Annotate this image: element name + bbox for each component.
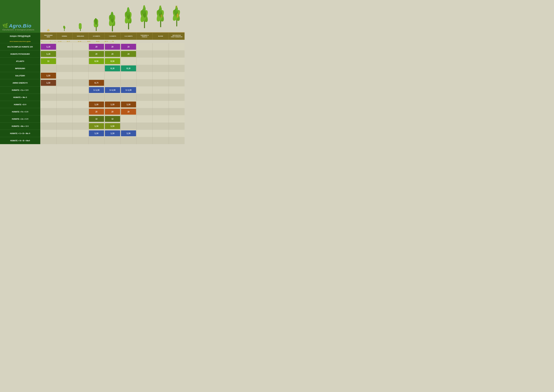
product-cell <box>169 72 185 79</box>
product-cell <box>152 115 169 123</box>
product-cell <box>152 108 169 115</box>
product-cell <box>56 65 72 72</box>
table-row: HUMATE POTASSIUM®1,3l2l2l2l <box>0 50 185 57</box>
table-row: HUMATE + Mn + S ®1,5l1,5l <box>0 123 185 130</box>
product-cell <box>40 137 56 144</box>
product-cell <box>72 57 88 65</box>
cell-value: 0,5l <box>89 58 104 64</box>
header-stage-3: 3-5 SHEETS <box>88 33 104 40</box>
product-name: HUMATE + B ® <box>0 101 40 108</box>
plant-col-0 <box>40 27 56 32</box>
product-cell <box>56 86 72 94</box>
header-stage-5: 9-11 SHEETS <box>120 33 137 40</box>
product-name: ATLANT® <box>0 57 40 65</box>
product-cell <box>40 130 56 137</box>
table-row: HUMATE + Fe + S ®2l2l2l <box>0 108 185 115</box>
plant-col-1 <box>56 23 72 32</box>
cell-value: 2l <box>89 51 104 57</box>
table-row: HUMATE + S + B + Mo ®1,5l1,5l1,5l <box>0 130 185 137</box>
product-name: AMINO ENERGY® <box>0 79 40 86</box>
cell-value: 1-1,5l <box>121 87 136 93</box>
product-cell <box>152 101 169 108</box>
plant-col-8 <box>169 0 185 32</box>
cell-value: 1,5l <box>89 130 104 136</box>
cell-value: 2l <box>89 44 104 50</box>
table-row: IMPERIUM®0,3l0,3l <box>0 65 185 72</box>
product-cell <box>136 123 152 130</box>
cell-value: 2l <box>105 51 120 57</box>
product-cell <box>152 50 169 57</box>
product-cell <box>72 86 88 94</box>
product-cell <box>88 137 104 144</box>
cell-value: 2l <box>121 109 136 115</box>
product-cell <box>136 108 152 115</box>
product-cell <box>169 108 185 115</box>
product-cell <box>152 72 169 79</box>
product-cell <box>56 79 72 86</box>
product-cell <box>169 101 185 108</box>
product-cell <box>56 137 72 144</box>
product-name: MULTICOMPLEX HUMATE 10® <box>0 43 40 50</box>
product-cell <box>40 115 56 123</box>
product-cell <box>136 130 152 137</box>
svg-point-41 <box>160 14 162 18</box>
product-cell <box>136 65 152 72</box>
svg-point-1 <box>48 29 49 31</box>
cell-value: 1-1,5l <box>89 87 104 93</box>
product-cell <box>152 123 169 130</box>
product-name: HUMATE POTASSIUM® <box>0 50 40 57</box>
growth-days-values: 0.....................1...........7.....… <box>40 40 185 43</box>
product-name: HUMATE + Cu + S ® <box>0 86 40 94</box>
product-cell: 2l <box>120 50 137 57</box>
header-product-label: НАША ПРОДУКЦІЯ <box>0 33 40 40</box>
product-name: SALUTEM® <box>0 72 40 79</box>
table-row: HUMATE + Cu + S ®1-1,5l1-1,5l1-1,5l <box>0 86 185 94</box>
product-name: HUMATE + Mn + S ® <box>0 123 40 130</box>
product-cell: 0,3l <box>120 65 137 72</box>
product-cell <box>88 65 104 72</box>
product-cell <box>169 123 185 130</box>
product-cell <box>152 79 169 86</box>
product-cell <box>72 43 88 50</box>
cell-value: 1,5l <box>89 123 104 129</box>
table-row: HUMATE + Mo ® <box>0 94 185 101</box>
product-cell <box>56 123 72 130</box>
product-cell <box>104 137 120 144</box>
product-cell <box>120 94 137 101</box>
product-cell <box>72 65 88 72</box>
product-cell <box>72 101 88 108</box>
product-cell <box>120 123 137 130</box>
product-cell <box>169 57 185 65</box>
cell-value: 2l <box>121 51 136 57</box>
product-cell <box>169 79 185 86</box>
logo-tagline: manufacturer of biological products <box>2 29 38 31</box>
table-row: HUMATE + N + B + Mo® <box>0 137 185 144</box>
product-cell <box>72 79 88 86</box>
table-row: MULTICOMPLEX HUMATE 10®1,3l2l2l2l <box>0 43 185 50</box>
svg-point-27 <box>143 5 145 11</box>
product-cell <box>72 130 88 137</box>
growth-days-label: ЗРОСТАННЯ КУЛЬТУРИ В ДНЯХ <box>0 40 40 43</box>
product-cell: 1l <box>104 115 120 123</box>
product-cell <box>136 50 152 57</box>
product-cell <box>72 137 88 144</box>
cell-value: 0,3l <box>105 65 120 71</box>
product-cell <box>169 65 185 72</box>
product-cell <box>169 50 185 57</box>
product-cell: 2l <box>88 108 104 115</box>
cell-value: 2l <box>89 109 104 115</box>
product-cell <box>40 86 56 94</box>
product-cell <box>40 65 56 72</box>
product-cell <box>88 72 104 79</box>
table-row: HUMATE + Zn + S ®1l1l <box>0 115 185 123</box>
product-cell: 2l <box>104 50 120 57</box>
product-cell <box>136 94 152 101</box>
product-table: MULTICOMPLEX HUMATE 10®1,3l2l2l2lHUMATE … <box>0 43 185 144</box>
product-cell <box>72 72 88 79</box>
product-cell: 1l <box>40 57 56 65</box>
product-cell: 1,5l <box>104 130 120 137</box>
product-cell <box>136 101 152 108</box>
product-cell <box>120 72 137 79</box>
product-cell: 1,5l <box>88 130 104 137</box>
product-cell <box>40 123 56 130</box>
